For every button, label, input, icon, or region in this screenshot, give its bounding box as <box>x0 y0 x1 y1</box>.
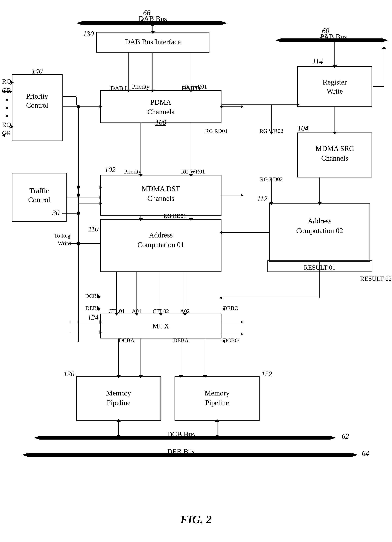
svg-text:RG WR01: RG WR01 <box>181 168 205 175</box>
svg-text:MDMA SRC: MDMA SRC <box>315 145 354 152</box>
svg-text:120: 120 <box>64 370 74 378</box>
svg-text:Pipeline: Pipeline <box>107 399 130 407</box>
svg-text:64: 64 <box>362 450 369 457</box>
svg-text:114: 114 <box>313 58 323 66</box>
svg-text:RG RD01: RG RD01 <box>205 128 228 134</box>
svg-text:RG RD01: RG RD01 <box>164 213 186 219</box>
svg-text:130: 130 <box>83 30 94 38</box>
svg-point-208 <box>77 242 80 245</box>
svg-text:MDMA DST: MDMA DST <box>142 185 180 193</box>
svg-text:30: 30 <box>52 209 59 217</box>
svg-text:DCBO: DCBO <box>223 337 239 343</box>
svg-text:To Reg: To Reg <box>54 233 70 239</box>
svg-text:DCBI: DCBI <box>85 293 99 299</box>
svg-text:Priority: Priority <box>132 84 149 90</box>
svg-text:DAB Bus: DAB Bus <box>138 15 167 23</box>
svg-text:PDMA: PDMA <box>150 98 171 106</box>
svg-text:Address: Address <box>308 217 332 225</box>
svg-text:Channels: Channels <box>321 154 348 162</box>
svg-text:GR: GR <box>2 87 11 94</box>
svg-text:RQ: RQ <box>2 121 11 128</box>
diagram-container: 66 DAB Bus 60 PAB Bus DAB Bus Interface … <box>0 0 392 542</box>
svg-text:Register: Register <box>323 78 347 86</box>
svg-text:RQ: RQ <box>2 78 11 85</box>
svg-point-82 <box>77 105 80 108</box>
svg-text:DCBA: DCBA <box>119 337 135 343</box>
svg-rect-36 <box>297 66 372 107</box>
svg-text:•: • <box>6 103 8 113</box>
svg-text:Address: Address <box>149 231 173 239</box>
svg-text:Memory: Memory <box>106 389 131 397</box>
svg-text:DAB I: DAB I <box>111 85 127 91</box>
svg-point-209 <box>77 194 80 197</box>
svg-rect-150 <box>76 376 161 421</box>
svg-text:Write: Write <box>327 87 343 95</box>
svg-text:124: 124 <box>88 314 99 322</box>
svg-text:PAB Bus: PAB Bus <box>320 33 347 41</box>
svg-text:DAB Bus Interface: DAB Bus Interface <box>125 38 181 46</box>
svg-text:MUX: MUX <box>152 322 169 330</box>
svg-text:Control: Control <box>28 196 50 204</box>
svg-text:Computation 01: Computation 01 <box>138 241 184 249</box>
figure-label: FIG. 2 <box>180 513 212 526</box>
svg-text:Write: Write <box>58 240 70 246</box>
svg-rect-45 <box>101 91 221 123</box>
svg-point-83 <box>77 185 80 189</box>
svg-text:100: 100 <box>155 118 166 126</box>
svg-text:DCB Bus: DCB Bus <box>167 430 195 438</box>
svg-text:104: 104 <box>297 124 308 132</box>
svg-text:Computation 02: Computation 02 <box>296 227 343 235</box>
svg-text:102: 102 <box>105 166 116 174</box>
svg-text:Channels: Channels <box>147 195 174 202</box>
svg-text:RG WR01: RG WR01 <box>183 84 207 90</box>
svg-text:•: • <box>6 112 8 120</box>
svg-text:140: 140 <box>32 67 43 75</box>
svg-text:112: 112 <box>257 195 267 203</box>
svg-text:•: • <box>6 95 8 104</box>
svg-text:Memory: Memory <box>205 389 230 397</box>
svg-text:Traffic: Traffic <box>29 187 49 195</box>
svg-point-191 <box>77 212 80 215</box>
svg-text:122: 122 <box>261 370 272 378</box>
svg-text:Channels: Channels <box>147 108 174 116</box>
svg-text:DEBI: DEBI <box>85 305 99 311</box>
svg-text:DEB Bus: DEB Bus <box>167 448 195 456</box>
svg-text:62: 62 <box>342 432 349 440</box>
svg-text:Priority: Priority <box>26 92 48 100</box>
svg-point-205 <box>220 105 223 108</box>
svg-text:Pipeline: Pipeline <box>205 399 229 407</box>
svg-rect-154 <box>175 376 259 421</box>
svg-text:110: 110 <box>88 225 99 233</box>
svg-text:Priority: Priority <box>124 168 141 175</box>
svg-text:RESULT 02: RESULT 02 <box>360 275 392 282</box>
svg-text:DEBO: DEBO <box>223 305 238 311</box>
svg-text:Control: Control <box>26 101 48 109</box>
